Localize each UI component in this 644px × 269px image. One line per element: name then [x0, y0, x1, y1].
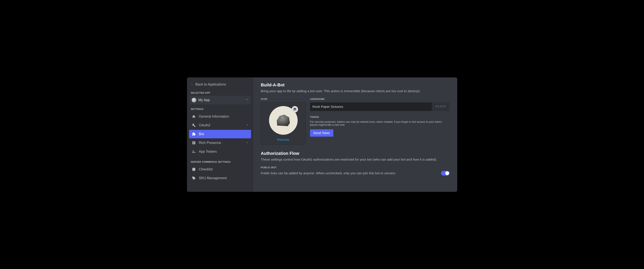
sidebar-item-label: OAuth2 — [199, 123, 243, 127]
public-bot-label: PUBLIC BOT — [261, 166, 450, 169]
username-input[interactable] — [310, 102, 432, 111]
sidebar-item-label: General Information — [199, 115, 248, 118]
auth-flow-subtitle: These settings control how OAuth2 author… — [261, 158, 450, 161]
puzzle-icon — [192, 132, 196, 136]
public-bot-toggle[interactable] — [441, 171, 450, 176]
sidebar-item-rich-presence[interactable]: Rich Presence — [189, 139, 251, 147]
page-subtitle: Bring your app to life by adding a bot u… — [261, 89, 450, 93]
bot-avatar-wrap[interactable] — [269, 106, 298, 135]
icon-field-label: ICON — [261, 98, 306, 100]
app-avatar-icon — [192, 98, 196, 102]
chevron-right-icon — [246, 124, 248, 127]
sidebar-item-label: SKU Management — [199, 176, 248, 180]
page-title: Build-A-Bot — [261, 83, 450, 88]
selected-app-header: SELECTED APP — [189, 89, 251, 96]
sidebar-item-bot[interactable]: Bot — [189, 130, 251, 138]
sidebar-item-label: App Testers — [199, 150, 248, 154]
public-bot-description: Public bots can be added by anyone. When… — [261, 171, 437, 175]
sidebar-item-sku[interactable]: SKU Management — [189, 174, 251, 182]
sidebar-item-label: Bot — [199, 132, 248, 136]
back-to-applications-link[interactable]: ← Back to Applications — [189, 81, 251, 89]
person-icon — [192, 150, 196, 154]
toggle-knob — [445, 171, 449, 175]
auth-flow-title: Authorization Flow — [261, 151, 450, 156]
settings-header: SETTINGS — [189, 106, 251, 112]
home-icon — [192, 115, 196, 118]
chevron-right-icon — [246, 141, 248, 144]
arrow-left-icon: ← — [191, 83, 194, 86]
clipboard-icon — [192, 167, 196, 171]
document-icon — [192, 141, 196, 145]
discriminator-tag: #1420 — [432, 102, 449, 111]
token-note: For security purposes, tokens can only b… — [310, 120, 450, 126]
chevron-down-icon — [246, 98, 248, 102]
commerce-header: SERVER COMMERCE SETTINGS — [189, 158, 251, 165]
bot-icon-card: Remove — [261, 102, 306, 145]
upload-image-icon[interactable] — [292, 106, 298, 112]
back-label: Back to Applications — [196, 83, 226, 86]
sidebar-item-label: Rich Presence — [199, 141, 243, 145]
sidebar-item-label: Checklist — [199, 167, 248, 171]
tags-icon — [192, 176, 196, 180]
app-window: ← Back to Applications SELECTED APP My A… — [187, 77, 457, 192]
sidebar-item-app-testers[interactable]: App Testers — [189, 147, 251, 156]
username-field-label: USERNAME — [310, 98, 450, 100]
sidebar-item-oauth2[interactable]: OAuth2 — [189, 121, 251, 130]
app-selector[interactable]: My App — [190, 96, 251, 104]
sidebar-item-checklist[interactable]: Checklist — [189, 165, 251, 174]
wrench-icon — [192, 123, 196, 127]
rock-image-icon — [273, 110, 294, 131]
main-content: Build-A-Bot Bring your app to life by ad… — [253, 77, 457, 192]
app-name: My App — [198, 98, 246, 102]
reset-token-button[interactable]: Reset Token — [310, 129, 334, 137]
remove-icon-link[interactable]: Remove — [277, 138, 289, 141]
sidebar: ← Back to Applications SELECTED APP My A… — [187, 77, 253, 192]
token-field-label: TOKEN — [310, 116, 450, 118]
sidebar-item-general[interactable]: General Information — [189, 112, 251, 121]
